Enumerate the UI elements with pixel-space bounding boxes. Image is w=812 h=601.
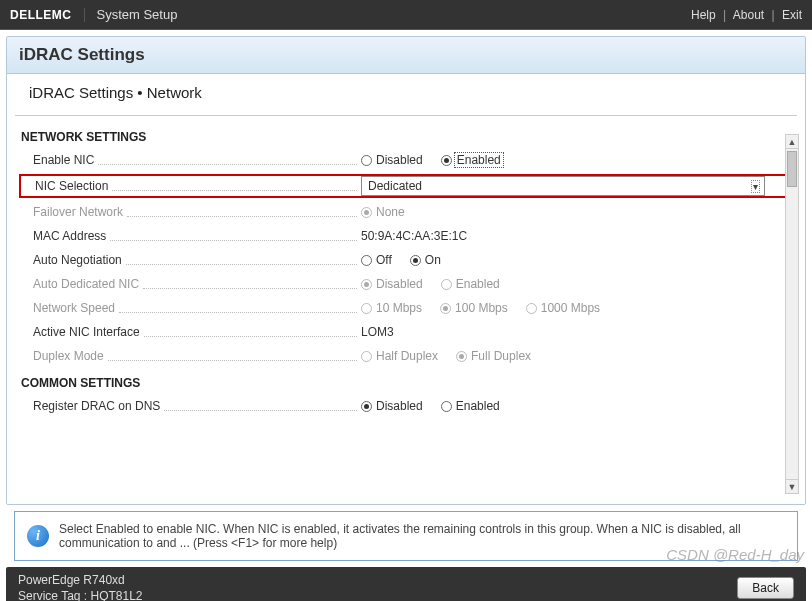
enable-nic-enabled[interactable]: Enabled	[441, 152, 504, 168]
label: Enable NIC	[33, 153, 94, 167]
active-nic-value: LOM3	[361, 325, 394, 339]
about-link[interactable]: About	[733, 8, 764, 22]
label: Duplex Mode	[33, 349, 104, 363]
section-network: NETWORK SETTINGS	[21, 122, 791, 148]
breadcrumb: iDRAC Settings • Network	[15, 74, 797, 116]
settings-area: NETWORK SETTINGS Enable NIC Disabled Ena…	[7, 116, 805, 424]
back-button[interactable]: Back	[737, 577, 794, 599]
speed-1000: 1000 Mbps	[526, 301, 600, 315]
label: Network Speed	[33, 301, 115, 315]
row-failover: Failover Network None	[21, 200, 791, 224]
divider: |	[723, 8, 726, 22]
label: Failover Network	[33, 205, 123, 219]
scroll-down-icon[interactable]: ▼	[786, 479, 798, 493]
panel-body: iDRAC Settings • Network NETWORK SETTING…	[7, 74, 805, 504]
info-icon: i	[27, 525, 49, 547]
nav-title[interactable]: System Setup	[97, 7, 178, 22]
service-tag-label: Service Tag : HQT81L2	[18, 589, 143, 601]
row-active-nic: Active NIC Interface LOM3	[21, 320, 791, 344]
row-register-dns: Register DRAC on DNS Disabled Enabled	[21, 394, 791, 418]
row-auto-dedicated: Auto Dedicated NIC Disabled Enabled	[21, 272, 791, 296]
scrollbar[interactable]: ▲ ▼	[785, 134, 799, 494]
label: Register DRAC on DNS	[33, 399, 160, 413]
scroll-up-icon[interactable]: ▲	[786, 135, 798, 149]
label: Active NIC Interface	[33, 325, 140, 339]
auto-neg-on[interactable]: On	[410, 253, 441, 267]
nic-selection-dropdown[interactable]: Dedicated ▾	[361, 176, 765, 196]
brand-logo: DELLEMC	[10, 8, 85, 22]
dns-enabled[interactable]: Enabled	[441, 399, 500, 413]
row-nic-selection: NIC Selection Dedicated ▾	[19, 174, 791, 198]
panel-title: iDRAC Settings	[7, 37, 805, 74]
speed-10: 10 Mbps	[361, 301, 422, 315]
failover-none: None	[361, 205, 405, 219]
chevron-down-icon: ▾	[751, 180, 760, 193]
row-auto-negotiation: Auto Negotiation Off On	[21, 248, 791, 272]
row-duplex: Duplex Mode Half Duplex Full Duplex	[21, 344, 791, 368]
label: Auto Negotiation	[33, 253, 122, 267]
scroll-thumb[interactable]	[787, 151, 797, 187]
speed-100: 100 Mbps	[440, 301, 508, 315]
divider: |	[772, 8, 775, 22]
label: MAC Address	[33, 229, 106, 243]
auto-ded-enabled: Enabled	[441, 277, 500, 291]
footer-bar: PowerEdge R740xd Service Tag : HQT81L2 B…	[6, 567, 806, 601]
top-right-links: Help | About | Exit	[691, 8, 802, 22]
duplex-half: Half Duplex	[361, 349, 438, 363]
auto-ded-disabled: Disabled	[361, 277, 423, 291]
dns-disabled[interactable]: Disabled	[361, 399, 423, 413]
help-text: Select Enabled to enable NIC. When NIC i…	[59, 522, 785, 550]
dropdown-value: Dedicated	[368, 179, 422, 193]
help-box: i Select Enabled to enable NIC. When NIC…	[14, 511, 798, 561]
row-network-speed: Network Speed 10 Mbps 100 Mbps 1000 Mbps	[21, 296, 791, 320]
enable-nic-disabled[interactable]: Disabled	[361, 153, 423, 167]
duplex-full: Full Duplex	[456, 349, 531, 363]
row-mac: MAC Address 50:9A:4C:AA:3E:1C	[21, 224, 791, 248]
top-bar: DELLEMC System Setup Help | About | Exit	[0, 0, 812, 30]
model-label: PowerEdge R740xd	[18, 573, 143, 587]
exit-link[interactable]: Exit	[782, 8, 802, 22]
label: Auto Dedicated NIC	[33, 277, 139, 291]
section-common: COMMON SETTINGS	[21, 368, 791, 394]
auto-neg-off[interactable]: Off	[361, 253, 392, 267]
mac-value: 50:9A:4C:AA:3E:1C	[361, 229, 467, 243]
main-panel: iDRAC Settings iDRAC Settings • Network …	[6, 36, 806, 505]
help-link[interactable]: Help	[691, 8, 716, 22]
label: NIC Selection	[35, 179, 108, 193]
row-enable-nic: Enable NIC Disabled Enabled	[21, 148, 791, 172]
